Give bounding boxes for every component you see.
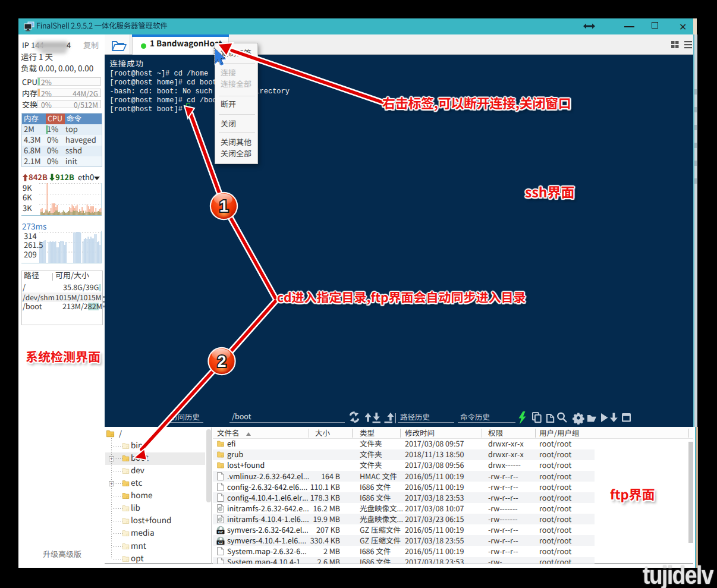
svg-text:GZ: GZ: [218, 541, 224, 545]
svg-text:GZ: GZ: [218, 530, 224, 534]
